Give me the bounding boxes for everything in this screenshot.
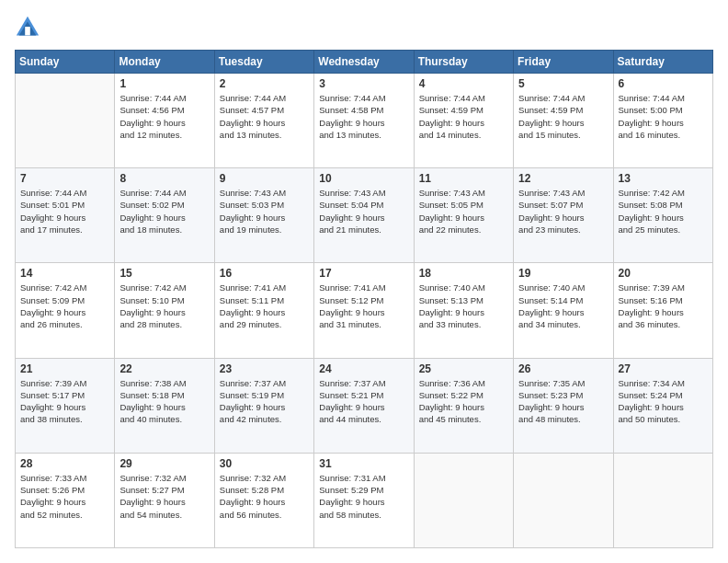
daylight-text: and 15 minutes.: [518, 129, 608, 141]
day-number: 18: [419, 267, 508, 280]
calendar-cell: 8Sunrise: 7:44 AMSunset: 5:02 PMDaylight…: [115, 168, 214, 263]
daylight-text: Daylight: 9 hours: [419, 306, 508, 318]
calendar-cell: [414, 453, 513, 547]
daylight-text: Daylight: 9 hours: [419, 117, 508, 129]
sunset-text: Sunset: 5:05 PM: [419, 199, 508, 211]
daylight-text: and 13 minutes.: [220, 129, 309, 141]
cell-info: Sunrise: 7:38 AMSunset: 5:18 PMDaylight:…: [119, 377, 209, 426]
weekday-header-wednesday: Wednesday: [314, 51, 414, 74]
cell-info: Sunrise: 7:42 AMSunset: 5:10 PMDaylight:…: [119, 282, 209, 330]
daylight-text: and 31 minutes.: [319, 318, 408, 330]
daylight-text: Daylight: 9 hours: [619, 306, 708, 318]
calendar-cell: 26Sunrise: 7:35 AMSunset: 5:23 PMDayligh…: [514, 358, 613, 453]
day-number: 9: [220, 172, 309, 185]
daylight-text: and 50 minutes.: [619, 413, 708, 425]
calendar-cell: 29Sunrise: 7:32 AMSunset: 5:27 PMDayligh…: [115, 453, 214, 547]
day-number: 16: [220, 267, 309, 280]
cell-info: Sunrise: 7:44 AMSunset: 5:01 PMDaylight:…: [20, 187, 109, 236]
daylight-text: Daylight: 9 hours: [20, 496, 109, 508]
calendar-cell: 18Sunrise: 7:40 AMSunset: 5:13 PMDayligh…: [414, 263, 513, 358]
sunrise-text: Sunrise: 7:43 AM: [319, 187, 408, 199]
daylight-text: and 40 minutes.: [119, 413, 209, 425]
sunrise-text: Sunrise: 7:44 AM: [419, 92, 508, 104]
sunrise-text: Sunrise: 7:32 AM: [119, 472, 209, 484]
daylight-text: Daylight: 9 hours: [518, 306, 608, 318]
daylight-text: Daylight: 9 hours: [319, 496, 408, 508]
sunrise-text: Sunrise: 7:43 AM: [220, 187, 309, 199]
daylight-text: and 17 minutes.: [20, 224, 109, 236]
calendar-week-row-1: 7Sunrise: 7:44 AMSunset: 5:01 PMDaylight…: [16, 168, 713, 263]
sunrise-text: Sunrise: 7:43 AM: [518, 187, 608, 199]
day-number: 6: [619, 77, 708, 90]
calendar-table: SundayMondayTuesdayWednesdayThursdayFrid…: [15, 50, 713, 548]
daylight-text: Daylight: 9 hours: [119, 496, 209, 508]
daylight-text: Daylight: 9 hours: [319, 401, 408, 413]
daylight-text: and 14 minutes.: [419, 129, 508, 141]
sunrise-text: Sunrise: 7:44 AM: [518, 92, 608, 104]
sunset-text: Sunset: 5:17 PM: [20, 389, 109, 401]
sunrise-text: Sunrise: 7:44 AM: [619, 92, 708, 104]
daylight-text: and 38 minutes.: [20, 413, 109, 425]
sunset-text: Sunset: 5:09 PM: [20, 294, 109, 306]
sunrise-text: Sunrise: 7:37 AM: [220, 377, 309, 389]
sunset-text: Sunset: 4:58 PM: [319, 104, 408, 116]
day-number: 10: [319, 172, 408, 185]
daylight-text: Daylight: 9 hours: [518, 401, 608, 413]
daylight-text: and 12 minutes.: [119, 129, 209, 141]
calendar-cell: 11Sunrise: 7:43 AMSunset: 5:05 PMDayligh…: [414, 168, 513, 263]
daylight-text: Daylight: 9 hours: [220, 496, 309, 508]
svg-rect-2: [25, 27, 30, 35]
daylight-text: and 19 minutes.: [220, 224, 309, 236]
calendar-cell: 9Sunrise: 7:43 AMSunset: 5:03 PMDaylight…: [214, 168, 313, 263]
daylight-text: and 56 minutes.: [220, 509, 309, 521]
cell-info: Sunrise: 7:44 AMSunset: 5:00 PMDaylight:…: [619, 92, 708, 141]
sunrise-text: Sunrise: 7:31 AM: [319, 472, 408, 484]
sunrise-text: Sunrise: 7:36 AM: [419, 377, 508, 389]
calendar-cell: 25Sunrise: 7:36 AMSunset: 5:22 PMDayligh…: [414, 358, 513, 453]
calendar-cell: 27Sunrise: 7:34 AMSunset: 5:24 PMDayligh…: [613, 358, 712, 453]
daylight-text: Daylight: 9 hours: [119, 401, 209, 413]
daylight-text: and 28 minutes.: [119, 318, 209, 330]
logo: [15, 15, 44, 40]
sunset-text: Sunset: 5:18 PM: [119, 389, 209, 401]
daylight-text: and 21 minutes.: [319, 224, 408, 236]
cell-info: Sunrise: 7:40 AMSunset: 5:13 PMDaylight:…: [419, 282, 508, 330]
cell-info: Sunrise: 7:44 AMSunset: 4:57 PMDaylight:…: [220, 92, 309, 141]
cell-info: Sunrise: 7:44 AMSunset: 4:58 PMDaylight:…: [319, 92, 408, 141]
day-number: 1: [119, 77, 209, 90]
calendar-cell: 6Sunrise: 7:44 AMSunset: 5:00 PMDaylight…: [613, 74, 712, 168]
daylight-text: and 36 minutes.: [619, 318, 708, 330]
day-number: 13: [619, 172, 708, 185]
daylight-text: Daylight: 9 hours: [619, 401, 708, 413]
daylight-text: Daylight: 9 hours: [220, 306, 309, 318]
sunset-text: Sunset: 5:08 PM: [619, 199, 708, 211]
day-number: 14: [20, 267, 109, 280]
weekday-header-tuesday: Tuesday: [214, 51, 313, 74]
cell-info: Sunrise: 7:42 AMSunset: 5:08 PMDaylight:…: [619, 187, 708, 236]
daylight-text: and 45 minutes.: [419, 413, 508, 425]
daylight-text: Daylight: 9 hours: [119, 117, 209, 129]
weekday-header-saturday: Saturday: [613, 51, 712, 74]
page: SundayMondayTuesdayWednesdayThursdayFrid…: [0, 0, 728, 563]
calendar-week-row-4: 28Sunrise: 7:33 AMSunset: 5:26 PMDayligh…: [16, 453, 713, 547]
sunrise-text: Sunrise: 7:44 AM: [220, 92, 309, 104]
cell-info: Sunrise: 7:41 AMSunset: 5:12 PMDaylight:…: [319, 282, 408, 330]
day-number: 25: [419, 362, 508, 375]
cell-info: Sunrise: 7:40 AMSunset: 5:14 PMDaylight:…: [518, 282, 608, 330]
day-number: 15: [119, 267, 209, 280]
calendar-cell: 5Sunrise: 7:44 AMSunset: 4:59 PMDaylight…: [514, 74, 613, 168]
cell-info: Sunrise: 7:33 AMSunset: 5:26 PMDaylight:…: [20, 472, 109, 521]
daylight-text: Daylight: 9 hours: [220, 117, 309, 129]
sunset-text: Sunset: 5:16 PM: [619, 294, 708, 306]
cell-info: Sunrise: 7:43 AMSunset: 5:04 PMDaylight:…: [319, 187, 408, 236]
weekday-header-friday: Friday: [514, 51, 613, 74]
day-number: 4: [419, 77, 508, 90]
cell-info: Sunrise: 7:39 AMSunset: 5:16 PMDaylight:…: [619, 282, 708, 330]
calendar-cell: 14Sunrise: 7:42 AMSunset: 5:09 PMDayligh…: [16, 263, 115, 358]
daylight-text: and 26 minutes.: [20, 318, 109, 330]
weekday-header-sunday: Sunday: [16, 51, 115, 74]
sunset-text: Sunset: 5:02 PM: [119, 199, 209, 211]
day-number: 24: [319, 362, 408, 375]
daylight-text: Daylight: 9 hours: [220, 401, 309, 413]
calendar-cell: 12Sunrise: 7:43 AMSunset: 5:07 PMDayligh…: [514, 168, 613, 263]
